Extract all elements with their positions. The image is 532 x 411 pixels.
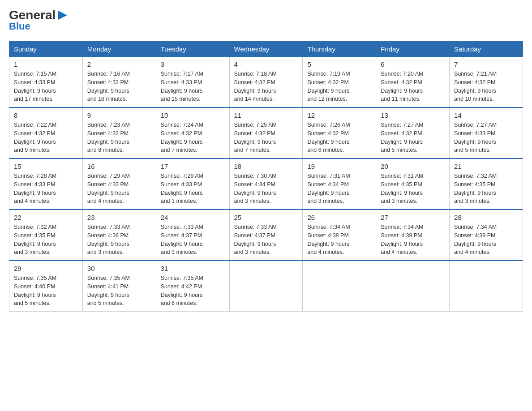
header-sunday: Sunday — [9, 42, 83, 57]
empty-cell — [303, 261, 376, 312]
header-thursday: Thursday — [303, 42, 376, 57]
day-number: 4 — [234, 60, 298, 68]
day-number: 1 — [14, 60, 78, 68]
day-info: Sunrise: 7:31 AMSunset: 4:35 PMDaylight:… — [381, 172, 445, 206]
day-cell-23: 23 Sunrise: 7:33 AMSunset: 4:36 PMDaylig… — [82, 210, 156, 261]
day-info: Sunrise: 7:33 AMSunset: 4:36 PMDaylight:… — [87, 223, 151, 257]
day-info: Sunrise: 7:27 AMSunset: 4:33 PMDaylight:… — [454, 121, 518, 154]
week-row-1: 1 Sunrise: 7:15 AMSunset: 4:33 PMDayligh… — [9, 57, 523, 108]
empty-cell — [229, 261, 303, 312]
header-tuesday: Tuesday — [156, 42, 229, 57]
day-number: 5 — [307, 60, 371, 68]
day-info: Sunrise: 7:35 AMSunset: 4:41 PMDaylight:… — [87, 274, 151, 308]
day-info: Sunrise: 7:34 AMSunset: 4:38 PMDaylight:… — [307, 223, 371, 257]
day-info: Sunrise: 7:19 AMSunset: 4:32 PMDaylight:… — [307, 70, 371, 103]
day-info: Sunrise: 7:32 AMSunset: 4:35 PMDaylight:… — [454, 172, 518, 206]
day-cell-19: 19 Sunrise: 7:31 AMSunset: 4:34 PMDaylig… — [303, 158, 376, 210]
day-number: 21 — [454, 163, 518, 170]
day-info: Sunrise: 7:29 AMSunset: 4:33 PMDaylight:… — [87, 172, 151, 206]
day-cell-3: 3 Sunrise: 7:17 AMSunset: 4:33 PMDayligh… — [156, 57, 229, 108]
day-number: 29 — [14, 265, 78, 272]
day-cell-17: 17 Sunrise: 7:29 AMSunset: 4:33 PMDaylig… — [156, 158, 229, 210]
day-cell-20: 20 Sunrise: 7:31 AMSunset: 4:35 PMDaylig… — [376, 158, 450, 210]
day-cell-30: 30 Sunrise: 7:35 AMSunset: 4:41 PMDaylig… — [82, 261, 156, 312]
week-row-5: 29 Sunrise: 7:35 AMSunset: 4:40 PMDaylig… — [9, 261, 523, 312]
header-wednesday: Wednesday — [229, 42, 303, 57]
day-info: Sunrise: 7:15 AMSunset: 4:33 PMDaylight:… — [14, 70, 78, 103]
day-number: 11 — [234, 111, 298, 119]
day-cell-6: 6 Sunrise: 7:20 AMSunset: 4:32 PMDayligh… — [376, 57, 450, 108]
day-number: 15 — [14, 163, 78, 170]
header-saturday: Saturday — [450, 42, 523, 57]
day-info: Sunrise: 7:28 AMSunset: 4:33 PMDaylight:… — [14, 172, 78, 206]
day-cell-10: 10 Sunrise: 7:24 AMSunset: 4:32 PMDaylig… — [156, 107, 229, 158]
empty-cell — [376, 261, 450, 312]
logo: General Blue — [9, 9, 69, 32]
day-info: Sunrise: 7:29 AMSunset: 4:33 PMDaylight:… — [161, 172, 225, 206]
day-cell-5: 5 Sunrise: 7:19 AMSunset: 4:32 PMDayligh… — [303, 57, 376, 108]
day-cell-28: 28 Sunrise: 7:34 AMSunset: 4:39 PMDaylig… — [450, 210, 523, 261]
day-number: 14 — [454, 111, 518, 119]
day-info: Sunrise: 7:18 AMSunset: 4:32 PMDaylight:… — [234, 70, 298, 103]
day-number: 26 — [307, 214, 371, 221]
day-number: 19 — [307, 163, 371, 170]
day-number: 27 — [381, 214, 445, 221]
day-cell-22: 22 Sunrise: 7:32 AMSunset: 4:35 PMDaylig… — [9, 210, 83, 261]
day-number: 24 — [161, 214, 225, 221]
day-info: Sunrise: 7:34 AMSunset: 4:39 PMDaylight:… — [454, 223, 518, 257]
day-info: Sunrise: 7:24 AMSunset: 4:32 PMDaylight:… — [161, 121, 225, 154]
day-cell-15: 15 Sunrise: 7:28 AMSunset: 4:33 PMDaylig… — [9, 158, 83, 210]
week-row-4: 22 Sunrise: 7:32 AMSunset: 4:35 PMDaylig… — [9, 210, 523, 261]
day-info: Sunrise: 7:30 AMSunset: 4:34 PMDaylight:… — [234, 172, 298, 206]
page-header: General Blue — [9, 9, 523, 32]
day-cell-11: 11 Sunrise: 7:25 AMSunset: 4:32 PMDaylig… — [229, 107, 303, 158]
day-cell-24: 24 Sunrise: 7:33 AMSunset: 4:37 PMDaylig… — [156, 210, 229, 261]
day-number: 20 — [381, 163, 445, 170]
svg-marker-0 — [58, 11, 67, 20]
day-cell-27: 27 Sunrise: 7:34 AMSunset: 4:39 PMDaylig… — [376, 210, 450, 261]
day-info: Sunrise: 7:17 AMSunset: 4:33 PMDaylight:… — [161, 70, 225, 103]
logo-arrow-icon — [56, 9, 69, 21]
day-info: Sunrise: 7:35 AMSunset: 4:42 PMDaylight:… — [161, 274, 225, 308]
day-cell-16: 16 Sunrise: 7:29 AMSunset: 4:33 PMDaylig… — [82, 158, 156, 210]
day-info: Sunrise: 7:20 AMSunset: 4:32 PMDaylight:… — [381, 70, 445, 103]
day-cell-9: 9 Sunrise: 7:23 AMSunset: 4:32 PMDayligh… — [82, 107, 156, 158]
day-number: 16 — [87, 163, 151, 170]
day-info: Sunrise: 7:33 AMSunset: 4:37 PMDaylight:… — [234, 223, 298, 257]
day-number: 8 — [14, 111, 78, 119]
day-info: Sunrise: 7:35 AMSunset: 4:40 PMDaylight:… — [14, 274, 78, 308]
header-monday: Monday — [82, 42, 156, 57]
day-number: 31 — [161, 265, 225, 272]
day-number: 25 — [234, 214, 298, 221]
day-cell-1: 1 Sunrise: 7:15 AMSunset: 4:33 PMDayligh… — [9, 57, 83, 108]
day-cell-21: 21 Sunrise: 7:32 AMSunset: 4:35 PMDaylig… — [450, 158, 523, 210]
day-number: 9 — [87, 111, 151, 119]
day-info: Sunrise: 7:33 AMSunset: 4:37 PMDaylight:… — [161, 223, 225, 257]
day-number: 12 — [307, 111, 371, 119]
day-number: 10 — [161, 111, 225, 119]
header-friday: Friday — [376, 42, 450, 57]
day-info: Sunrise: 7:26 AMSunset: 4:32 PMDaylight:… — [307, 121, 371, 154]
day-info: Sunrise: 7:16 AMSunset: 4:33 PMDaylight:… — [87, 70, 151, 103]
day-cell-18: 18 Sunrise: 7:30 AMSunset: 4:34 PMDaylig… — [229, 158, 303, 210]
day-number: 2 — [87, 60, 151, 68]
day-cell-8: 8 Sunrise: 7:22 AMSunset: 4:32 PMDayligh… — [9, 107, 83, 158]
day-info: Sunrise: 7:27 AMSunset: 4:32 PMDaylight:… — [381, 121, 445, 154]
logo-general-text: General — [9, 9, 56, 21]
day-info: Sunrise: 7:23 AMSunset: 4:32 PMDaylight:… — [87, 121, 151, 154]
day-number: 13 — [381, 111, 445, 119]
empty-cell — [450, 261, 523, 312]
day-cell-7: 7 Sunrise: 7:21 AMSunset: 4:32 PMDayligh… — [450, 57, 523, 108]
day-number: 23 — [87, 214, 151, 221]
day-number: 7 — [454, 60, 518, 68]
day-cell-31: 31 Sunrise: 7:35 AMSunset: 4:42 PMDaylig… — [156, 261, 229, 312]
day-number: 3 — [161, 60, 225, 68]
day-cell-29: 29 Sunrise: 7:35 AMSunset: 4:40 PMDaylig… — [9, 261, 83, 312]
day-cell-12: 12 Sunrise: 7:26 AMSunset: 4:32 PMDaylig… — [303, 107, 376, 158]
day-number: 18 — [234, 163, 298, 170]
day-cell-26: 26 Sunrise: 7:34 AMSunset: 4:38 PMDaylig… — [303, 210, 376, 261]
logo-blue-text: Blue — [9, 21, 30, 32]
day-cell-14: 14 Sunrise: 7:27 AMSunset: 4:33 PMDaylig… — [450, 107, 523, 158]
day-number: 30 — [87, 265, 151, 272]
week-row-3: 15 Sunrise: 7:28 AMSunset: 4:33 PMDaylig… — [9, 158, 523, 210]
